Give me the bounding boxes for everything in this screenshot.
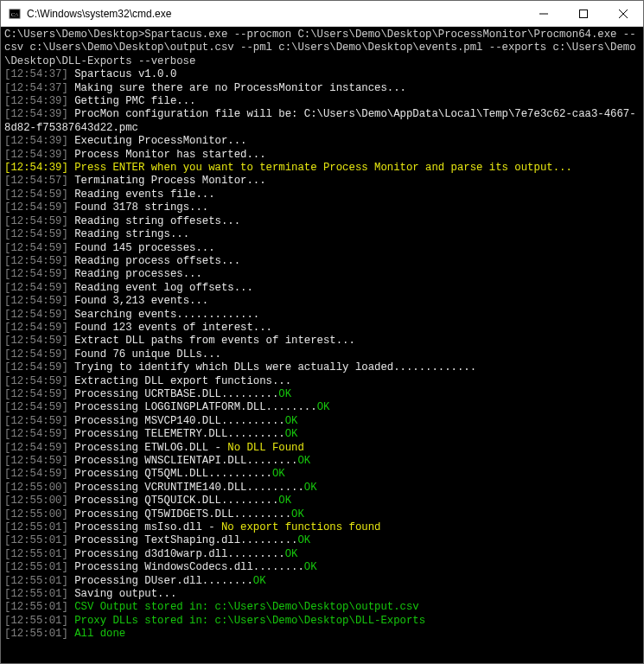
- log-line: [12:54:59] Found 3178 strings...: [4, 201, 640, 214]
- log-line: [12:54:59] Processing UCRTBASE.DLL......…: [4, 388, 640, 401]
- log-line: [12:54:39] ProcMon configuration file wi…: [4, 108, 640, 135]
- log-line: [12:54:59] Processing MSVCP140.DLL......…: [4, 415, 640, 428]
- minimize-button[interactable]: [524, 1, 564, 27]
- log-line: [12:54:39] Executing ProcessMonitor...: [4, 135, 640, 148]
- log-line: [12:54:59] Processing WNSCLIENTAPI.DLL..…: [4, 455, 640, 468]
- log-line: [12:55:01] All done: [4, 628, 640, 641]
- cmd-icon: C:\: [8, 7, 22, 21]
- log-line: [12:54:59] Reading processes...: [4, 268, 640, 281]
- log-line: [12:54:59] Found 123 events of interest.…: [4, 322, 640, 335]
- log-line: [12:54:59] Found 76 unique DLLs...: [4, 348, 640, 361]
- log-line: [12:55:00] Processing QT5QUICK.DLL......…: [4, 495, 640, 508]
- titlebar[interactable]: C:\ C:\Windows\system32\cmd.exe: [1, 1, 643, 27]
- log-line: [12:55:01] Processing TextShaping.dll...…: [4, 534, 640, 547]
- log-line: [12:55:01] Saving output...: [4, 588, 640, 601]
- log-line: [12:54:59] Found 145 processes...: [4, 242, 640, 255]
- log-line: [12:54:59] Extract DLL paths from events…: [4, 335, 640, 348]
- log-line: [12:54:39] Press ENTER when you want to …: [4, 162, 640, 175]
- log-line: [12:55:01] CSV Output stored in: c:\User…: [4, 601, 640, 614]
- log-line: [12:54:39] Process Monitor has started..…: [4, 149, 640, 162]
- svg-rect-3: [580, 10, 588, 17]
- log-line: [12:54:59] Reading process offsets...: [4, 255, 640, 268]
- log-line: [12:55:01] Processing d3d10warp.dll.....…: [4, 548, 640, 561]
- log-line: [12:55:01] Processing msIso.dll - No exp…: [4, 521, 640, 534]
- log-line: [12:54:39] Getting PMC file...: [4, 95, 640, 108]
- log-line: [12:54:59] Reading event log offsets...: [4, 282, 640, 295]
- log-line: [12:54:59] Trying to identify which DLLs…: [4, 361, 640, 374]
- log-line: [12:54:59] Searching events.............: [4, 309, 640, 322]
- log-line: [12:54:59] Reading events file...: [4, 188, 640, 201]
- close-button[interactable]: [603, 1, 643, 27]
- log-line: [12:54:57] Terminating Process Monitor..…: [4, 175, 640, 188]
- log-line: [12:54:59] Processing ETWLOG.DLL - No DL…: [4, 442, 640, 455]
- log-line: [12:55:01] Processing DUser.dll........O…: [4, 575, 640, 588]
- log-line: [12:54:59] Processing QT5QML.DLL........…: [4, 468, 640, 481]
- terminal-output[interactable]: C:\Users\Demo\Desktop>Spartacus.exe --pr…: [1, 27, 643, 663]
- log-line: [12:54:59] Extracting DLL export functio…: [4, 375, 640, 388]
- svg-text:C:\: C:\: [11, 10, 19, 17]
- command-line: C:\Users\Demo\Desktop>Spartacus.exe --pr…: [4, 29, 640, 68]
- cmd-window: C:\ C:\Windows\system32\cmd.exe C:\Users…: [0, 0, 644, 664]
- log-line: [12:55:01] Processing WindowsCodecs.dll.…: [4, 561, 640, 574]
- log-line: [12:54:59] Reading strings...: [4, 228, 640, 241]
- log-line: [12:55:01] Proxy DLLs stored in: c:\User…: [4, 615, 640, 628]
- log-line: [12:54:59] Processing LOGGINGPLATFORM.DL…: [4, 401, 640, 414]
- log-line: [12:55:00] Processing VCRUNTIME140.DLL..…: [4, 482, 640, 495]
- log-line: [12:54:59] Processing TELEMETRY.DLL.....…: [4, 428, 640, 441]
- log-line: [12:54:37] Making sure there are no Proc…: [4, 82, 640, 95]
- log-line: [12:55:00] Processing QT5WIDGETS.DLL....…: [4, 508, 640, 521]
- log-line: [12:54:37] Spartacus v1.0.0: [4, 68, 640, 81]
- log-line: [12:54:59] Found 3,213 events...: [4, 295, 640, 308]
- log-line: [12:54:59] Reading string offesets...: [4, 215, 640, 228]
- maximize-button[interactable]: [564, 1, 603, 27]
- window-title: C:\Windows\system32\cmd.exe: [27, 8, 171, 20]
